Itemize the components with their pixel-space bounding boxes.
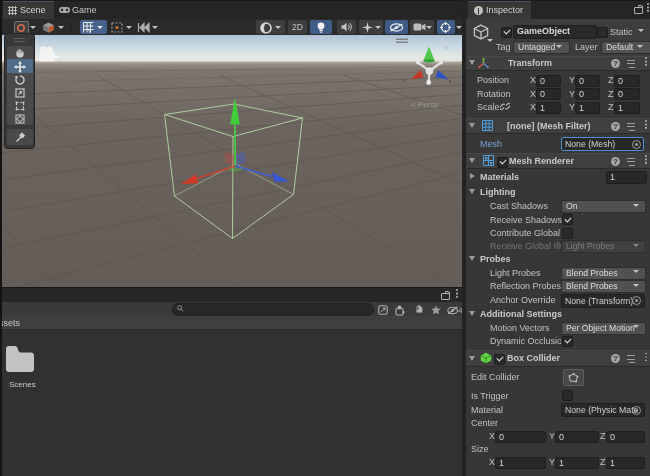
- svg-text:y: y: [445, 44, 448, 50]
- svg-text:Y: Y: [88, 28, 92, 34]
- svg-text:x: x: [403, 77, 406, 83]
- svg-text:< Persp: < Persp: [411, 100, 439, 109]
- svg-text:z: z: [449, 78, 452, 84]
